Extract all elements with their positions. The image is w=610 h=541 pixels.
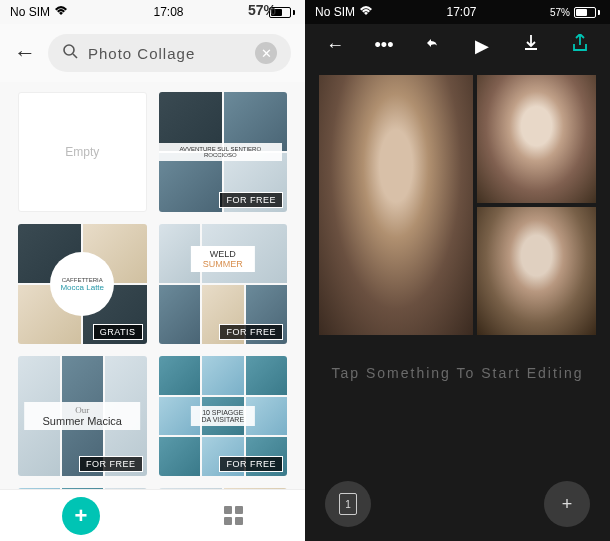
back-arrow-icon[interactable]: ←	[14, 40, 36, 66]
template-circle-label: CAFFETTERIA Mocca Latte	[50, 252, 114, 316]
search-input[interactable]: Photo Collage ✕	[48, 34, 291, 72]
template-text: Our Summer Macica	[24, 402, 140, 430]
badge-for-free: FOR FREE	[219, 324, 283, 340]
badge-for-free: FOR FREE	[219, 192, 283, 208]
template-empty[interactable]: Empty	[18, 92, 147, 212]
page-indicator: 1	[339, 493, 357, 515]
pages-button[interactable]: 1	[325, 481, 371, 527]
template-label: Empty	[65, 145, 99, 159]
template-text: AVVENTURE SUL SENTIERO ROCCIOSO	[159, 143, 283, 161]
download-icon[interactable]	[517, 34, 545, 57]
search-icon	[62, 43, 78, 63]
template-grid[interactable]: Empty AVVENTURE SUL SENTIERO ROCCIOSO FO…	[0, 82, 305, 503]
badge-gratis: GRATIS	[93, 324, 143, 340]
template-weld[interactable]: WELD SUMMER FOR FREE	[159, 224, 288, 344]
add-element-button[interactable]: +	[544, 481, 590, 527]
status-bar-right: No SIM 17:07 57%	[305, 0, 610, 24]
bottom-nav-left: +	[0, 489, 305, 541]
undo-icon[interactable]	[419, 35, 447, 56]
play-icon[interactable]: ▶	[468, 35, 496, 57]
template-text: 10 SPIAGGE DA VISITARE	[191, 406, 255, 426]
battery-icon	[574, 7, 596, 18]
carrier-label: No SIM	[315, 5, 355, 19]
time-label: 17:08	[153, 5, 183, 19]
grid-view-icon[interactable]	[224, 506, 243, 525]
collage-photo-main[interactable]	[319, 75, 473, 335]
collage-photo-top-right[interactable]	[477, 75, 596, 203]
template-text: WELD SUMMER	[191, 246, 255, 272]
template-summer[interactable]: Our Summer Macica FOR FREE	[18, 356, 147, 476]
search-query-text: Photo Collage	[88, 45, 245, 62]
badge-for-free: FOR FREE	[79, 456, 143, 472]
template-browser-panel: No SIM 17:08 ← Photo Collage ✕	[0, 0, 305, 541]
add-button[interactable]: +	[62, 497, 100, 535]
editor-hint-text: Tap Something To Start Editing	[305, 365, 610, 381]
collage-canvas[interactable]	[319, 75, 596, 335]
editor-toolbar: ← ••• ▶	[305, 24, 610, 67]
back-arrow-icon[interactable]: ←	[321, 35, 349, 56]
battery-percent: 57%	[550, 7, 570, 18]
template-mocca[interactable]: CAFFETTERIA Mocca Latte GRATIS	[18, 224, 147, 344]
wifi-icon	[54, 5, 68, 19]
badge-for-free: FOR FREE	[219, 456, 283, 472]
wifi-icon	[359, 5, 373, 19]
clear-search-icon[interactable]: ✕	[255, 42, 277, 64]
share-icon[interactable]	[566, 34, 594, 57]
more-icon[interactable]: •••	[370, 35, 398, 56]
editor-panel: No SIM 17:07 57% ← ••• ▶	[305, 0, 610, 541]
collage-photo-bottom-right[interactable]	[477, 207, 596, 335]
carrier-label: No SIM	[10, 5, 50, 19]
bottom-controls-right: 1 +	[305, 481, 610, 527]
template-adventure[interactable]: AVVENTURE SUL SENTIERO ROCCIOSO FOR FREE	[159, 92, 288, 212]
svg-point-0	[64, 45, 74, 55]
template-spiagge[interactable]: 10 SPIAGGE DA VISITARE FOR FREE	[159, 356, 288, 476]
time-label: 17:07	[446, 5, 476, 19]
svg-line-1	[73, 54, 77, 58]
app-container: No SIM 17:08 ← Photo Collage ✕	[0, 0, 610, 541]
battery-overlay-label: 57%	[248, 2, 276, 18]
search-bar: ← Photo Collage ✕	[0, 24, 305, 82]
